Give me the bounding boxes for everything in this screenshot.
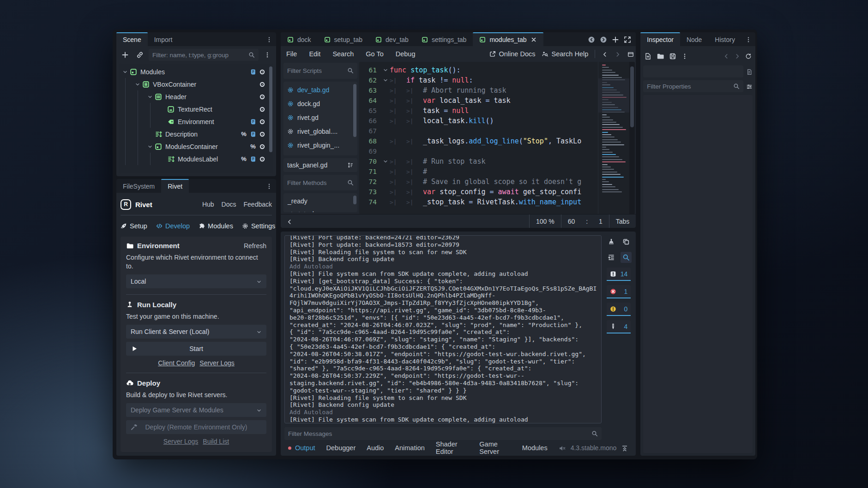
visibility-toggle-icon[interactable] (258, 156, 267, 162)
tab-node[interactable]: Node (680, 32, 708, 46)
script-item-rivet_global[interactable]: rivet_global.... (283, 125, 357, 138)
unique-name-badge[interactable]: % (239, 155, 248, 162)
load-resource-icon[interactable] (657, 52, 664, 60)
rivet-nav-develop[interactable]: Develop (156, 222, 190, 230)
property-filter-options-icon[interactable] (746, 82, 753, 90)
script-forward-button[interactable] (615, 50, 621, 58)
scene-tab-dock[interactable]: dock (281, 32, 318, 46)
rivet-link-hub[interactable]: Hub (202, 201, 214, 208)
filter-messages-field[interactable] (284, 427, 602, 440)
resource-menu-icon[interactable] (681, 52, 688, 60)
tree-node-modulescontainer[interactable]: ModulesContainer% (121, 140, 272, 153)
tree-node-environment[interactable]: Environment (121, 115, 272, 128)
script-icon[interactable] (248, 156, 258, 162)
bottom-tab-shader-editor[interactable]: Shader Editor (436, 440, 469, 455)
fold-arrow-icon[interactable] (381, 77, 390, 83)
mute-audio-icon[interactable] (559, 444, 566, 452)
filter-badge-warnings[interactable]: 0 (607, 303, 631, 316)
rivet-nav-modules[interactable]: Modules (199, 222, 233, 230)
rivet-nav-setup[interactable]: Setup (121, 222, 147, 230)
open-docs-icon[interactable] (746, 67, 753, 76)
deploy-button[interactable]: Deploy (Remote Environment Only) (126, 420, 266, 434)
visibility-toggle-icon[interactable] (258, 106, 267, 113)
search-output-icon[interactable] (621, 252, 632, 263)
bottom-tab-audio[interactable]: Audio (367, 444, 384, 452)
menu-debug[interactable]: Debug (396, 50, 416, 58)
code-line-67[interactable]: 67 (359, 126, 635, 136)
scene-tab-setup_tab[interactable]: setup_tab (318, 32, 369, 46)
code-line-74[interactable]: 74>|>|_stop_task = RivetTask.with_name_i… (359, 197, 635, 207)
expand-arrow-icon[interactable] (133, 80, 141, 88)
filter-methods-input[interactable] (287, 179, 344, 186)
code-line-66[interactable]: 66>|>|local_task.kill() (359, 116, 635, 126)
save-resource-icon[interactable] (669, 52, 676, 60)
add-node-button[interactable] (119, 49, 131, 61)
code-line-73[interactable]: 73>|>|var stop_config = await get_stop_c… (359, 187, 635, 197)
dock-menu-icon[interactable] (262, 182, 276, 190)
tree-node-description[interactable]: Description% (121, 128, 272, 140)
link-build-list[interactable]: Build List (203, 438, 229, 445)
bottom-tab-game-server[interactable]: Game Server (479, 440, 511, 455)
tab-history[interactable]: History (708, 32, 741, 46)
new-tab-icon[interactable] (612, 35, 619, 43)
tree-node-header[interactable]: Header (121, 90, 272, 103)
tree-node-moduleslabel[interactable]: ModulesLabel% (121, 153, 272, 165)
tree-node-modules[interactable]: Modules (121, 65, 272, 78)
visibility-toggle-icon[interactable] (258, 143, 267, 150)
visibility-toggle-icon[interactable] (258, 119, 267, 125)
scene-tree-menu-icon[interactable] (261, 49, 273, 61)
script-item-dev_tabgd[interactable]: dev_tab.gd (283, 83, 357, 97)
menu-file[interactable]: File (286, 50, 297, 58)
code-line-62[interactable]: 62>|if task != null: (359, 75, 635, 85)
code-editor[interactable]: 61func stop_task():62>|if task != null:6… (359, 62, 635, 214)
code-line-72[interactable]: 72>|>|# Save in global scope so it doesn… (359, 177, 635, 187)
expand-editor-icon[interactable] (624, 35, 631, 43)
history-back-icon[interactable] (723, 52, 729, 60)
instance-scene-button[interactable] (134, 49, 146, 61)
method-item-start_task[interactable]: start_task (283, 208, 357, 212)
visibility-toggle-icon[interactable] (258, 69, 267, 75)
link-server-logs[interactable]: Server Logs (163, 438, 198, 445)
tab-back-icon[interactable] (588, 35, 595, 43)
tab-scene[interactable]: Scene (116, 32, 148, 46)
script-back-button[interactable] (602, 50, 608, 58)
menu-search[interactable]: Search (332, 50, 354, 58)
code-line-70[interactable]: 70>|>|# Run stop task (359, 156, 635, 167)
bottom-tab-output[interactable]: Output (288, 444, 315, 452)
scene-tree-scrollbar[interactable] (269, 66, 272, 152)
expand-arrow-icon[interactable] (121, 68, 129, 76)
filter-badge-errors[interactable]: 1 (607, 285, 631, 298)
unique-name-badge[interactable]: % (248, 143, 258, 150)
output-log[interactable]: [Rivet] Port update: backend=24721 edito… (284, 235, 602, 423)
start-button[interactable]: Start (126, 342, 266, 356)
fold-arrow-icon[interactable] (381, 159, 390, 164)
scene-tab-settings_tab[interactable]: settings_tab (415, 32, 473, 46)
deploy-target-select[interactable]: Deploy Game Server & Modules (126, 403, 266, 417)
script-item-rivet_plugin_[interactable]: rivet_plugin_... (283, 138, 357, 152)
code-line-64[interactable]: 64>|>|var local_task = task (359, 95, 635, 106)
link-client-config[interactable]: Client Config (158, 359, 195, 367)
filter-properties-field[interactable] (643, 80, 743, 92)
tab-filesystem[interactable]: FileSystem (116, 179, 161, 193)
filter-scripts-input[interactable] (287, 67, 344, 74)
visibility-toggle-icon[interactable] (258, 81, 267, 88)
tree-node-texturerect[interactable]: TextureRect (121, 103, 272, 115)
rivet-link-feedback[interactable]: Feedback (244, 201, 272, 208)
tab-inspector[interactable]: Inspector (640, 32, 680, 46)
edit-history-icon[interactable] (745, 52, 752, 60)
environment-select[interactable]: Local (126, 274, 266, 288)
code-scrollbar[interactable] (629, 62, 635, 214)
filter-badge-all-messages[interactable]: 14 (607, 268, 631, 281)
menu-go-to[interactable]: Go To (366, 50, 383, 58)
link-server-logs[interactable]: Server Logs (199, 359, 234, 367)
filter-methods-field[interactable] (283, 175, 357, 191)
collapse-duplicates-icon[interactable] (606, 252, 617, 263)
menu-edit[interactable]: Edit (309, 50, 320, 58)
make-floating-icon[interactable] (627, 50, 634, 58)
filter-scripts-field[interactable] (283, 63, 357, 79)
expand-arrow-icon[interactable] (146, 93, 154, 101)
tree-node-vboxcontainer[interactable]: VBoxContainer (121, 78, 272, 90)
method-item-_ready[interactable]: _ready (283, 195, 357, 208)
bottom-tab-animation[interactable]: Animation (395, 444, 424, 452)
script-icon[interactable] (248, 131, 258, 137)
